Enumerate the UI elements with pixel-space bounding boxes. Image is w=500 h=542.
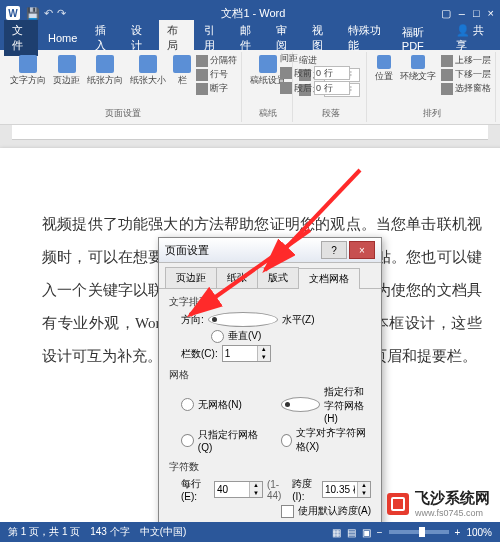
tab-special[interactable]: 特殊功能	[340, 20, 392, 56]
ruler[interactable]	[12, 125, 488, 140]
section-grid: 网格 无网格(N) 指定行和字符网格(H) 只指定行网格(Q) 文字对齐字符网格…	[169, 368, 371, 454]
tab-layout[interactable]: 布局	[159, 20, 193, 56]
view-web-icon[interactable]: ▣	[362, 527, 371, 538]
radio-vertical[interactable]	[211, 330, 224, 343]
columns-button[interactable]: 栏	[171, 54, 193, 88]
radio-horizontal[interactable]	[208, 312, 278, 327]
tab-view[interactable]: 视图	[304, 20, 338, 56]
statusbar: 第 1 页，共 1 页 143 个字 中文(中国) ▦ ▤ ▣ − + 100%	[0, 522, 500, 542]
page-setup-dialog: 页面设置 ? × 页边距 纸张 版式 文档网格 文字排列 方向: 水平(Z) 垂…	[158, 237, 382, 542]
char-pitch-spinner[interactable]: ▲▼	[322, 481, 371, 498]
bring-forward-button[interactable]: 上移一层	[441, 54, 491, 67]
maximize-button[interactable]: □	[473, 7, 480, 19]
status-lang[interactable]: 中文(中国)	[140, 525, 187, 539]
group-paragraph: 缩进 左 0 字符 右 0 字符 间距 段前 0 行 段后 0 行 段落	[295, 52, 367, 122]
radio-line-grid[interactable]	[181, 434, 194, 447]
dialog-title: 页面设置	[165, 243, 321, 258]
position-button[interactable]: 位置	[373, 54, 395, 84]
redo-icon[interactable]: ↷	[57, 7, 66, 20]
tab-layout2[interactable]: 版式	[257, 267, 299, 288]
radio-no-grid[interactable]	[181, 398, 194, 411]
tab-foxit[interactable]: 福昕PDF	[394, 22, 446, 55]
share-icon: 👤	[456, 24, 470, 36]
tab-references[interactable]: 引用	[196, 20, 230, 56]
dialog-close-button[interactable]: ×	[349, 241, 375, 259]
chars-per-line-spinner[interactable]: ▲▼	[214, 481, 263, 498]
breaks-button[interactable]: 分隔符	[196, 54, 237, 67]
radio-align-grid[interactable]	[281, 434, 292, 447]
watermark: 飞沙系统网 www.fs0745.com	[387, 489, 490, 518]
undo-icon[interactable]: ↶	[44, 7, 53, 20]
word-icon: W	[6, 6, 20, 20]
ribbon-tabs: 文件 Home 插入 设计 布局 引用 邮件 审阅 视图 特殊功能 福昕PDF …	[0, 26, 500, 50]
selection-pane-button[interactable]: 选择窗格	[441, 82, 491, 95]
share-button[interactable]: 👤 共享	[448, 20, 496, 56]
tab-insert[interactable]: 插入	[87, 20, 121, 56]
columns-spinner[interactable]: ▲▼	[222, 345, 271, 362]
use-default-pitch-checkbox[interactable]	[281, 505, 294, 518]
ribbon-options-icon[interactable]: ▢	[441, 7, 451, 20]
spacing-after[interactable]: 段后 0 行	[280, 81, 350, 95]
close-button[interactable]: ×	[488, 7, 494, 19]
zoom-out-button[interactable]: −	[377, 527, 383, 538]
document-area: 视频提供了功能强大的方法帮助您证明您的观点。当您单击联机视频时，可以在想要添加的…	[0, 125, 500, 542]
tab-home[interactable]: Home	[40, 29, 85, 47]
tab-design[interactable]: 设计	[123, 20, 157, 56]
orientation-button[interactable]: 纸张方向	[85, 54, 125, 88]
tab-docgrid[interactable]: 文档网格	[298, 268, 360, 289]
send-backward-button[interactable]: 下移一层	[441, 68, 491, 81]
watermark-logo-icon	[387, 493, 409, 515]
tab-review[interactable]: 审阅	[268, 20, 302, 56]
status-words[interactable]: 143 个字	[90, 525, 129, 539]
group-page-setup: 文字方向 页边距 纸张方向 纸张大小 栏 分隔符 行号 断字 页面设置	[4, 52, 242, 122]
dialog-tabs: 页边距 纸张 版式 文档网格	[159, 263, 381, 289]
window-title: 文档1 - Word	[66, 6, 441, 21]
dialog-help-button[interactable]: ?	[321, 241, 347, 259]
section-text-orientation: 文字排列 方向: 水平(Z) 垂直(V) 栏数(C): ▲▼	[169, 295, 371, 362]
radio-line-char-grid[interactable]	[281, 397, 320, 412]
text-direction-button[interactable]: 文字方向	[8, 54, 48, 88]
hyphenation-button[interactable]: 断字	[196, 82, 237, 95]
view-read-icon[interactable]: ▦	[332, 527, 341, 538]
line-numbers-button[interactable]: 行号	[196, 68, 237, 81]
zoom-slider[interactable]	[389, 530, 449, 534]
save-icon[interactable]: 💾	[26, 7, 40, 20]
group-arrange: 位置 环绕文字 上移一层 下移一层 选择窗格 排列	[369, 52, 496, 122]
tab-file[interactable]: 文件	[4, 20, 38, 56]
view-print-icon[interactable]: ▤	[347, 527, 356, 538]
quick-access-toolbar[interactable]: 💾 ↶ ↷	[26, 7, 66, 20]
wrap-button[interactable]: 环绕文字	[398, 54, 438, 84]
dialog-titlebar[interactable]: 页面设置 ? ×	[159, 238, 381, 263]
section-characters: 字符数 每行(E): ▲▼ (1-44) 跨度(I): ▲▼ 使用默认跨度(A)	[169, 460, 371, 518]
tab-paper[interactable]: 纸张	[216, 267, 258, 288]
zoom-in-button[interactable]: +	[455, 527, 461, 538]
margins-button[interactable]: 页边距	[51, 54, 82, 88]
ribbon: 文字方向 页边距 纸张方向 纸张大小 栏 分隔符 行号 断字 页面设置 稿纸设置…	[0, 50, 500, 125]
status-page[interactable]: 第 1 页，共 1 页	[8, 525, 80, 539]
tab-margins[interactable]: 页边距	[165, 267, 217, 288]
zoom-level[interactable]: 100%	[466, 527, 492, 538]
tab-mailings[interactable]: 邮件	[232, 20, 266, 56]
spacing-before[interactable]: 段前 0 行	[280, 66, 350, 80]
minimize-button[interactable]: –	[459, 7, 465, 19]
size-button[interactable]: 纸张大小	[128, 54, 168, 88]
